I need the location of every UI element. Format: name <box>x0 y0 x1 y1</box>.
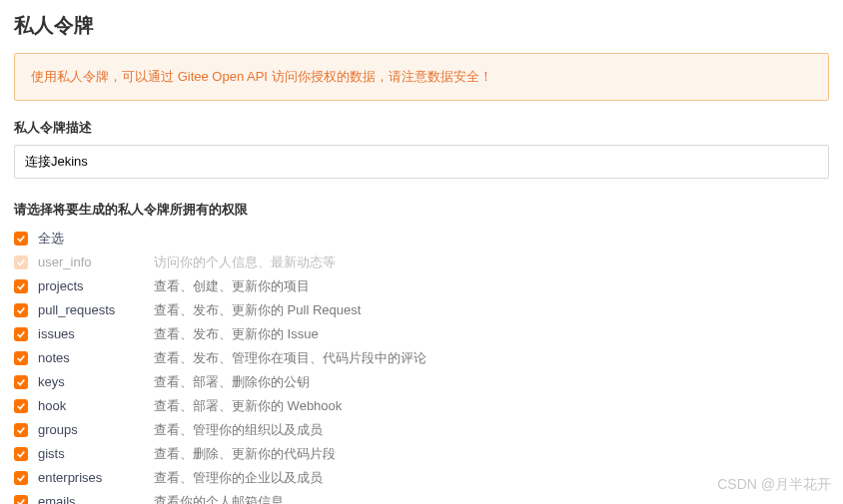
permission-desc: 查看、部署、更新你的 Webhook <box>154 396 342 416</box>
permission-name: emails <box>38 492 154 505</box>
description-label: 私人令牌描述 <box>14 119 829 137</box>
permission-checkbox-user_info <box>14 255 28 269</box>
permission-row-projects: projects查看、创建、更新你的项目 <box>14 274 829 298</box>
permission-checkbox-projects[interactable] <box>14 279 28 293</box>
permission-name: keys <box>38 372 154 392</box>
permission-row-hook: hook查看、部署、更新你的 Webhook <box>14 394 829 418</box>
permission-checkbox-enterprises[interactable] <box>14 471 28 485</box>
permission-desc: 查看、发布、管理你在项目、代码片段中的评论 <box>154 348 426 368</box>
permission-name: notes <box>38 348 154 368</box>
permission-name: gists <box>38 444 154 464</box>
check-icon <box>16 234 26 244</box>
security-alert: 使用私人令牌，可以通过 Gitee Open API 访问你授权的数据，请注意数… <box>14 53 829 101</box>
permission-checkbox-groups[interactable] <box>14 423 28 437</box>
permission-desc: 查看、部署、删除你的公钥 <box>154 372 310 392</box>
permission-desc: 查看、发布、更新你的 Pull Request <box>154 300 361 320</box>
permission-row-gists: gists查看、删除、更新你的代码片段 <box>14 442 829 466</box>
permission-name: user_info <box>38 252 154 272</box>
select-all-row: 全选 <box>14 227 829 251</box>
permission-desc: 查看、管理你的组织以及成员 <box>154 420 323 440</box>
permission-name: enterprises <box>38 468 154 488</box>
permission-row-groups: groups查看、管理你的组织以及成员 <box>14 418 829 442</box>
alert-prefix: 使用私人令牌，可以通过 <box>31 69 178 84</box>
permission-checkbox-issues[interactable] <box>14 327 28 341</box>
permission-row-keys: keys查看、部署、删除你的公钥 <box>14 370 829 394</box>
check-icon <box>16 425 26 435</box>
select-all-label: 全选 <box>38 229 154 249</box>
check-icon <box>16 257 26 267</box>
check-icon <box>16 281 26 291</box>
permission-checkbox-hook[interactable] <box>14 399 28 413</box>
select-all-checkbox[interactable] <box>14 232 28 246</box>
permission-desc: 访问你的个人信息、最新动态等 <box>154 252 336 272</box>
check-icon <box>16 329 26 339</box>
check-icon <box>16 473 26 483</box>
check-icon <box>16 377 26 387</box>
permission-checkbox-pull_requests[interactable] <box>14 303 28 317</box>
permission-checkbox-notes[interactable] <box>14 351 28 365</box>
permission-row-enterprises: enterprises查看、管理你的企业以及成员 <box>14 466 829 490</box>
alert-suffix: 访问你授权的数据，请注意数据安全！ <box>268 69 492 84</box>
permission-row-user_info: user_info访问你的个人信息、最新动态等 <box>14 251 829 274</box>
check-icon <box>16 401 26 411</box>
permission-desc: 查看你的个人邮箱信息 <box>154 492 284 505</box>
description-input-wrap <box>14 145 829 179</box>
permission-name: hook <box>38 396 154 416</box>
check-icon <box>16 449 26 459</box>
description-input[interactable] <box>25 155 818 170</box>
permission-desc: 查看、发布、更新你的 Issue <box>154 324 319 344</box>
permission-row-notes: notes查看、发布、管理你在项目、代码片段中的评论 <box>14 346 829 370</box>
permission-checkbox-gists[interactable] <box>14 447 28 461</box>
permission-name: groups <box>38 420 154 440</box>
permission-checkbox-emails[interactable] <box>14 495 28 505</box>
open-api-link[interactable]: Gitee Open API <box>178 69 268 84</box>
permission-checkbox-keys[interactable] <box>14 375 28 389</box>
permissions-label: 请选择将要生成的私人令牌所拥有的权限 <box>14 201 829 219</box>
permission-row-issues: issues查看、发布、更新你的 Issue <box>14 322 829 346</box>
check-icon <box>16 497 26 505</box>
permission-desc: 查看、管理你的企业以及成员 <box>154 468 323 488</box>
permission-name: issues <box>38 324 154 344</box>
permission-name: projects <box>38 276 154 296</box>
permission-desc: 查看、删除、更新你的代码片段 <box>154 444 336 464</box>
check-icon <box>16 353 26 363</box>
check-icon <box>16 305 26 315</box>
permission-desc: 查看、创建、更新你的项目 <box>154 276 310 296</box>
permission-name: pull_requests <box>38 300 154 320</box>
permission-row-emails: emails查看你的个人邮箱信息 <box>14 490 829 505</box>
permission-row-pull_requests: pull_requests查看、发布、更新你的 Pull Request <box>14 298 829 322</box>
page-title: 私人令牌 <box>14 12 829 39</box>
permissions-list: 全选 user_info访问你的个人信息、最新动态等projects查看、创建、… <box>14 227 829 505</box>
